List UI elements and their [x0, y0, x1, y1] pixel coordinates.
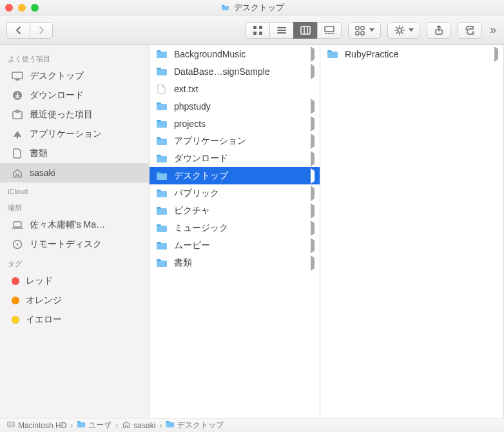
file-row[interactable]: ムービー [150, 237, 320, 254]
folder-icon [156, 118, 168, 130]
folder-icon [77, 420, 86, 431]
path-item[interactable]: ユーザ [77, 420, 111, 431]
chevron-right-icon [311, 101, 315, 112]
apps-icon [12, 129, 23, 139]
chevron-right-icon [311, 153, 315, 164]
sidebar-item[interactable]: レッド [0, 271, 149, 291]
share-button[interactable] [427, 22, 451, 39]
hdd-icon [6, 420, 15, 431]
file-name: ムービー [174, 240, 304, 251]
path-item[interactable]: sasaki [122, 420, 155, 431]
disc-icon [12, 239, 23, 250]
sidebar-item[interactable]: オレンジ [0, 291, 149, 310]
group-by-button[interactable] [348, 22, 381, 39]
path-separator-icon: › [159, 421, 162, 430]
sidebar-item[interactable]: イエロー [0, 310, 149, 329]
path-item-label: デスクトップ [177, 420, 224, 431]
file-row[interactable]: ext.txt [150, 80, 320, 97]
chevron-right-icon [311, 171, 315, 181]
window-title: デスクトップ [220, 2, 284, 14]
file-row[interactable]: phpstudy [150, 97, 320, 115]
view-icons-button[interactable] [246, 22, 269, 39]
doc-icon [12, 148, 23, 159]
file-row[interactable]: アプリケーション [150, 132, 320, 150]
file-row[interactable]: デスクトップ [150, 167, 320, 184]
file-name: アプリケーション [174, 135, 304, 147]
path-separator-icon: › [115, 421, 118, 430]
file-name: BackgroundMusic [174, 49, 304, 59]
chevron-right-icon [311, 119, 315, 129]
file-name: RubyPractice [345, 49, 488, 59]
sidebar-item-label: リモートディスク [30, 239, 102, 250]
column-browser: BackgroundMusicDataBase…signSampleext.tx… [150, 45, 504, 418]
back-button[interactable] [6, 22, 30, 39]
path-item-label: Macintosh HD [18, 421, 66, 430]
close-window-button[interactable] [5, 4, 13, 12]
minimize-window-button[interactable] [18, 4, 26, 12]
toolbar: » [0, 15, 504, 45]
file-row[interactable]: ダウンロード [150, 150, 320, 167]
chevron-right-icon [311, 49, 315, 59]
file-name: ミュージック [174, 222, 304, 234]
toolbar-overflow-button[interactable]: » [489, 23, 498, 37]
download-icon [12, 90, 23, 101]
tag-dot-icon [12, 277, 19, 285]
folder-icon [156, 48, 168, 60]
sidebar-item[interactable]: アプリケーション [0, 124, 149, 144]
folder-icon [156, 101, 168, 112]
laptop-icon [12, 220, 23, 230]
path-bar: Macintosh HD›ユーザ›sasaki›デスクトップ [0, 418, 504, 432]
file-name: パブリック [174, 188, 304, 199]
home-icon [12, 168, 23, 178]
sidebar-item[interactable]: デスクトップ [0, 66, 149, 86]
sidebar-item[interactable]: リモートディスク [0, 235, 149, 254]
file-row[interactable]: DataBase…signSample [150, 63, 320, 80]
sidebar-item-label: ダウンロード [30, 90, 84, 101]
sidebar-item-label: 佐々木庸輔's Ma… [30, 219, 105, 231]
sidebar-section-header: タグ [0, 254, 149, 271]
zoom-window-button[interactable] [31, 4, 39, 12]
file-row[interactable]: 書類 [150, 254, 320, 271]
tag-dot-icon [12, 316, 19, 324]
file-row[interactable]: BackgroundMusic [150, 45, 320, 63]
sidebar-item-label: デスクトップ [30, 70, 84, 82]
sidebar-item-label: オレンジ [26, 295, 62, 306]
sidebar-item[interactable]: 佐々木庸輔's Ma… [0, 215, 149, 235]
view-gallery-button[interactable] [317, 22, 342, 39]
action-menu-button[interactable] [387, 22, 420, 39]
sidebar-item[interactable]: sasaki [0, 163, 149, 182]
nav-segment [6, 22, 53, 39]
sidebar-item-label: アプリケーション [30, 128, 102, 140]
window-controls [5, 4, 39, 12]
folder-icon [156, 205, 168, 217]
sidebar-section-header: iCloud [0, 182, 149, 198]
folder-icon [156, 240, 168, 251]
file-row[interactable]: RubyPractice [320, 45, 503, 63]
file-row[interactable]: ミュージック [150, 219, 320, 237]
sidebar-item[interactable]: ダウンロード [0, 86, 149, 105]
window-title-text: デスクトップ [234, 2, 284, 14]
path-separator-icon: › [70, 421, 73, 430]
main: よく使う項目デスクトップダウンロード最近使った項目アプリケーション書類sasak… [0, 45, 504, 418]
sidebar-item[interactable]: 書類 [0, 144, 149, 163]
folder-icon [156, 66, 168, 77]
recent-icon [12, 110, 23, 120]
folder-icon [156, 135, 168, 147]
file-row[interactable]: projects [150, 115, 320, 132]
sidebar-section-header: よく使う項目 [0, 49, 149, 66]
sidebar-item[interactable]: 最近使った項目 [0, 105, 149, 124]
path-item[interactable]: Macintosh HD [6, 420, 66, 431]
forward-button[interactable] [30, 22, 53, 39]
chevron-right-icon [311, 206, 315, 216]
file-row[interactable]: パブリック [150, 184, 320, 202]
file-row[interactable]: ピクチャ [150, 202, 320, 219]
view-list-button[interactable] [269, 22, 293, 39]
path-item[interactable]: デスクトップ [166, 420, 224, 431]
edit-tags-button[interactable] [458, 22, 482, 39]
sidebar-item-label: イエロー [26, 314, 62, 326]
sidebar-item-label: 最近使った項目 [30, 109, 93, 121]
sidebar-section-header: 場所 [0, 198, 149, 215]
titlebar: デスクトップ [0, 0, 504, 15]
view-columns-button[interactable] [293, 22, 317, 39]
chevron-right-icon [311, 241, 315, 251]
